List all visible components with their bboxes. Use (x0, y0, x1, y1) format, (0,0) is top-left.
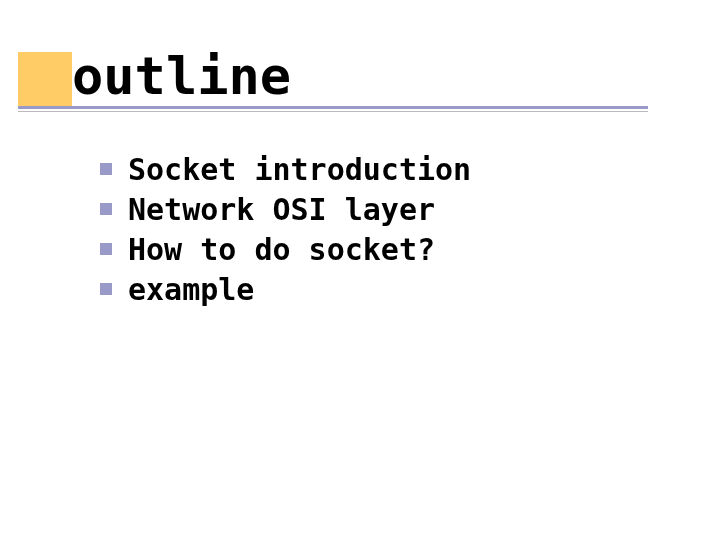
square-bullet-icon (100, 163, 112, 175)
slide-title: outline (72, 46, 291, 106)
bullet-text: Network OSI layer (128, 193, 435, 226)
list-item: example (100, 270, 660, 308)
title-shadow-line-icon (18, 111, 648, 112)
list-item: How to do socket? (100, 230, 660, 268)
square-bullet-icon (100, 283, 112, 295)
body-area: Socket introduction Network OSI layer Ho… (100, 150, 660, 310)
slide: outline Socket introduction Network OSI … (0, 0, 720, 540)
list-item: Socket introduction (100, 150, 660, 188)
square-bullet-icon (100, 203, 112, 215)
bullet-text: Socket introduction (128, 153, 471, 186)
title-area: outline (18, 52, 72, 106)
bullet-text: example (128, 273, 254, 306)
list-item: Network OSI layer (100, 190, 660, 228)
title-underline-icon (18, 106, 648, 109)
title-accent-box-icon (18, 52, 72, 106)
bullet-text: How to do socket? (128, 233, 435, 266)
square-bullet-icon (100, 243, 112, 255)
